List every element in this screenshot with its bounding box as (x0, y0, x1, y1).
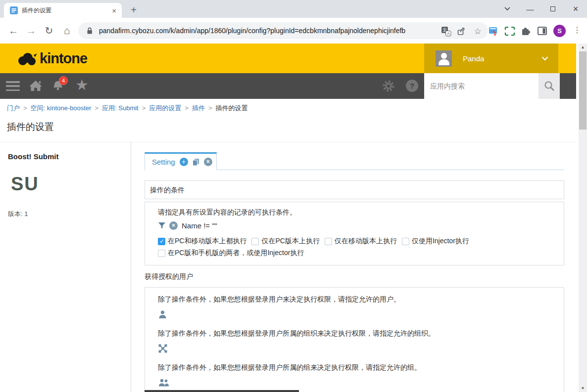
extension-screenshot-icon[interactable] (488, 25, 499, 37)
home-button[interactable]: ⌂ (58, 18, 75, 44)
browser-tab[interactable]: 插件的设置 × (4, 3, 122, 18)
lock-icon[interactable] (86, 27, 93, 35)
checkbox-option[interactable]: 仅使用Injector执行 (402, 237, 469, 246)
favorites-star-icon[interactable]: ★ (75, 79, 89, 91)
checkbox-unchecked[interactable] (158, 250, 165, 257)
scrollbar-thumb[interactable] (579, 51, 587, 130)
plugin-sidebar: Boost! Submit SU 版本: 1 (0, 142, 131, 392)
forward-button[interactable]: → (23, 18, 40, 44)
condition-description: 请指定具有所设置内容的记录的可执行条件。 (158, 208, 564, 217)
breadcrumb-separator: > (23, 104, 27, 112)
checkbox-option[interactable]: 在PC版和手机版的两者，或使用Injector执行 (158, 249, 304, 258)
breadcrumb-link[interactable]: 空间: kintone-booster (31, 104, 92, 112)
extension-capture-icon[interactable] (504, 25, 516, 37)
checkbox-option[interactable]: 在PC和移动版本上都执行 (158, 237, 246, 246)
user-avatar (436, 50, 452, 67)
filter-expression: Name != "" (182, 221, 217, 230)
kintone-logo-text: kintone (40, 50, 87, 67)
close-tab-icon[interactable]: × (204, 158, 212, 166)
hamburger-menu-icon[interactable] (6, 81, 20, 91)
kintone-cloud-icon (17, 51, 38, 66)
checkbox-unchecked[interactable] (325, 238, 332, 245)
checkbox-unchecked[interactable] (402, 238, 409, 245)
breadcrumb-link[interactable]: 插件 (192, 104, 205, 112)
breadcrumb: 门户>空间: kintone-booster>应用: Submit>应用的设置>… (0, 99, 576, 113)
scrollbar-up-arrow[interactable]: ▲ (579, 44, 587, 51)
url-text[interactable]: pandafirm.cybozu.com/k/admin/app/1860/pl… (99, 27, 488, 35)
window-close-button[interactable]: × (564, 0, 587, 18)
user-name: Panda (463, 54, 541, 63)
bookmark-star-icon[interactable]: ☆ (472, 26, 483, 37)
breadcrumb-link[interactable]: 门户 (7, 104, 20, 112)
tab-setting[interactable]: Setting + × (145, 152, 217, 170)
checkbox-checked[interactable] (158, 238, 165, 245)
notifications-bell-icon[interactable]: 4 (51, 80, 65, 93)
tab-divider (217, 170, 564, 170)
portal-home-icon[interactable] (29, 80, 43, 92)
filter-icon[interactable] (158, 222, 166, 230)
page-scrollbar[interactable]: ▲ ▼ (579, 44, 587, 392)
svg-text:A: A (446, 31, 449, 36)
checkbox-label: 仅在PC版本上执行 (261, 237, 319, 246)
plugin-version: 版本: 1 (8, 210, 123, 218)
window-maximize-button[interactable] (541, 0, 564, 18)
window-minimize-button[interactable]: — (519, 0, 541, 18)
side-panel-icon[interactable] (537, 25, 548, 37)
tab-setting-label: Setting (152, 158, 175, 166)
checkbox-option[interactable]: 仅在PC版本上执行 (251, 237, 319, 246)
settings-gear-icon[interactable] (382, 80, 395, 92)
checkbox-option[interactable]: 仅在移动版本上执行 (325, 237, 397, 246)
organization-icon[interactable] (158, 343, 564, 354)
kintone-logo[interactable]: kintone (17, 50, 87, 67)
authorized-groups-text: 除了操作条件外，如果您想根据登录用户所属的组来决定执行权限，请指定允许的组。 (158, 362, 564, 372)
browser-profile-avatar[interactable]: S (553, 25, 566, 37)
remove-condition-icon[interactable]: × (169, 221, 178, 230)
browser-toolbar: ← → ↻ ⌂ pandafirm.cybozu.com/k/admin/app… (0, 18, 587, 44)
checkbox-label: 在PC版和手机版的两者，或使用Injector执行 (168, 249, 304, 258)
checkbox-label: 仅在移动版本上执行 (335, 237, 397, 246)
breadcrumb-separator: > (142, 104, 146, 112)
plugin-name: Boost! Submit (8, 152, 123, 161)
new-tab-button[interactable]: + (127, 3, 141, 17)
authorized-section-heading: 获得授权的用户 (145, 272, 193, 281)
breadcrumb-separator: > (185, 104, 189, 112)
next-section-clipped (145, 390, 299, 392)
breadcrumb-link[interactable]: 应用的设置 (149, 104, 181, 112)
tab-close-icon[interactable]: × (110, 7, 118, 14)
plugin-config-main: Setting + × 操作的条件 请指定具有所设置内容的记录的可执行条件。 (131, 142, 576, 392)
breadcrumb-separator: > (95, 104, 98, 112)
reload-button[interactable]: ↻ (41, 18, 57, 44)
back-button[interactable]: ← (5, 18, 22, 44)
breadcrumb-link[interactable]: 应用: Submit (102, 104, 139, 112)
breadcrumb-current: 插件的设置 (216, 104, 248, 112)
authorized-orgs-text: 除了操作条件外，如果您想根据登录用户所属的组织来决定执行权限，请指定允许的组织。 (158, 328, 564, 338)
group-icon[interactable] (158, 377, 564, 388)
checkbox-label: 仅使用Injector执行 (412, 237, 469, 246)
share-icon[interactable] (456, 26, 467, 37)
search-icon (543, 80, 555, 92)
translate-icon[interactable]: 文A (440, 26, 451, 37)
user-icon[interactable] (158, 309, 564, 320)
chevron-down-icon (541, 56, 548, 61)
tab-title: 插件的设置 (22, 6, 110, 15)
copy-tab-icon[interactable] (192, 158, 200, 166)
extensions-puzzle-icon[interactable] (520, 25, 532, 37)
app-search-input[interactable] (424, 73, 538, 99)
page-viewport: kintone Panda 4 ★ ? (0, 44, 587, 392)
condition-section-heading: 操作的条件 (145, 180, 564, 199)
search-button[interactable] (538, 73, 560, 99)
notification-badge: 4 (59, 76, 68, 85)
add-tab-icon[interactable]: + (180, 158, 188, 166)
condition-section-body: 请指定具有所设置内容的记录的可执行条件。 × Name != "" 在PC和移动… (145, 202, 564, 265)
page-title: 插件的设置 (0, 113, 576, 142)
breadcrumb-separator: > (208, 104, 212, 112)
browser-menu-icon[interactable]: ⋮ (572, 25, 582, 35)
tab-search-chevron-icon[interactable] (496, 0, 519, 18)
checkbox-label: 在PC和移动版本上都执行 (168, 237, 246, 246)
user-menu[interactable]: Panda (424, 44, 558, 73)
address-bar[interactable]: pandafirm.cybozu.com/k/admin/app/1860/pl… (78, 22, 488, 39)
checkbox-unchecked[interactable] (251, 238, 259, 245)
scrollbar-down-arrow[interactable]: ▼ (579, 385, 587, 392)
help-icon[interactable]: ? (406, 80, 418, 92)
tab-favicon-icon (10, 6, 18, 14)
